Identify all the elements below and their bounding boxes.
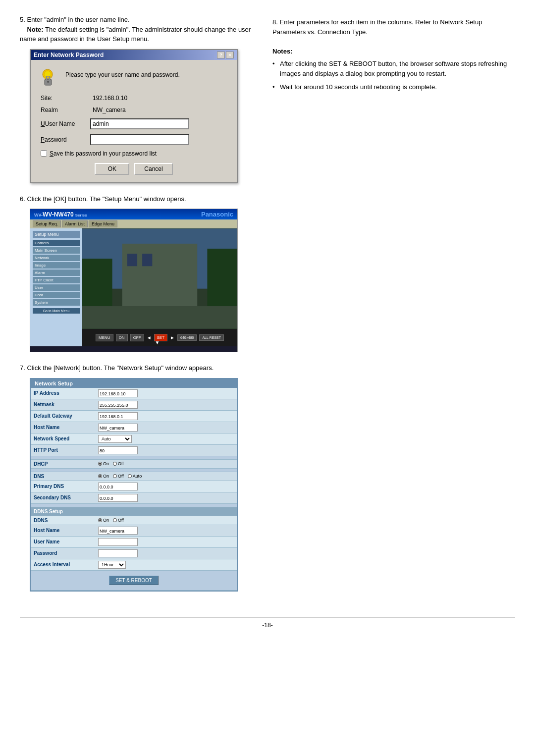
http-port-input[interactable]: 80: [98, 446, 138, 454]
panasonic-brand: Panasonic: [201, 211, 233, 218]
ddns-on-radio[interactable]: [98, 518, 102, 522]
dns-spacer: [31, 468, 237, 472]
primary-dns-input[interactable]: 0.0.0.0: [98, 483, 138, 490]
step-5: 5. Enter "admin" in the user name line. …: [20, 15, 258, 183]
dns-row: DNS On Off: [31, 472, 237, 481]
go-to-main-button[interactable]: Go to Main Menu: [33, 308, 80, 314]
right-column: 8. Enter parameters for each item in the…: [272, 15, 510, 602]
save-password-label: ave this password in your password list: [54, 150, 157, 157]
step-5-description: Enter "admin" in the user name line.: [27, 16, 129, 23]
step-8-description: Enter parameters for each item in the co…: [272, 18, 482, 36]
ddns-off-label: Off: [118, 518, 124, 523]
hostname-row: Host Name NW_camera: [31, 422, 237, 433]
on-button[interactable]: ON: [116, 334, 128, 341]
secondary-dns-row: Secondary DNS 0.0.0.0: [31, 492, 237, 503]
note-2-text: Wait for around 10 seconds until rebooti…: [280, 83, 437, 91]
ip-input[interactable]: 192.168.0.10: [98, 389, 138, 397]
secondary-dns-label: Secondary DNS: [31, 492, 95, 503]
svg-rect-14: [142, 254, 152, 266]
ddns-password-input[interactable]: [98, 549, 138, 557]
camera-view: MENU ON OFF ◄ SET ► 640×480 ALL RESET ▼: [82, 228, 237, 346]
notes-title: Notes:: [272, 48, 510, 55]
ok-button[interactable]: OK: [95, 163, 129, 175]
sidebar-image[interactable]: Image: [33, 262, 80, 269]
resolution-button[interactable]: 640×480: [177, 334, 197, 341]
sidebar-ftp[interactable]: FTP Client: [33, 277, 80, 283]
password-input[interactable]: [90, 134, 189, 145]
nav-setup[interactable]: Setup Req.: [33, 220, 61, 227]
dhcp-radio-group: On Off: [98, 461, 234, 466]
sidebar-system[interactable]: System: [33, 299, 80, 306]
panasonic-header: WV-WV-NW470 Series Panasonic: [30, 209, 237, 219]
gateway-input[interactable]: 192.168.0.1: [98, 412, 138, 420]
dialog-title-bar: Enter Network Password ? ×: [31, 50, 237, 60]
nav-edge[interactable]: Edge Menu: [89, 220, 117, 227]
dns-auto-label: Auto: [133, 474, 142, 479]
ddns-password-row: Password: [31, 547, 237, 559]
ddns-on-label: On: [103, 518, 109, 523]
dialog-body: Please type your user name and password.…: [31, 60, 237, 182]
step-5-number: 5.: [20, 16, 25, 23]
ddns-off-radio[interactable]: [113, 518, 117, 522]
access-interval-select[interactable]: 1Hour 6Hour 12Hour 24Hour: [98, 561, 126, 569]
step-5-note-text: The default setting is "admin". The admi…: [20, 26, 251, 43]
menu-button[interactable]: MENU: [96, 334, 113, 341]
realm-row: Realm NW_camera: [41, 107, 227, 113]
dns-on-item: On: [98, 474, 109, 479]
sidebar-network[interactable]: Network: [33, 255, 80, 261]
save-password-row: Save this password in your password list: [41, 150, 227, 157]
site-label: Site:: [41, 95, 90, 102]
dialog-help-button[interactable]: ?: [217, 52, 225, 58]
sidebar-user[interactable]: User: [33, 284, 80, 291]
off-button[interactable]: OFF: [130, 334, 144, 341]
enter-network-password-dialog: Enter Network Password ? ×: [30, 49, 238, 183]
dialog-title-controls: ? ×: [217, 52, 234, 58]
left-column: 5. Enter "admin" in the user name line. …: [20, 15, 258, 602]
step-5-note-label: Note:: [27, 26, 43, 33]
hostname-input[interactable]: NW_camera: [98, 424, 138, 432]
ddns-hostname-input[interactable]: NW_camera: [98, 527, 138, 535]
set-reboot-button[interactable]: SET & REBOOT: [109, 576, 159, 585]
note-item-2: Wait for around 10 seconds until rebooti…: [272, 82, 510, 92]
step-7-description: Click the [Network] button. The "Network…: [27, 364, 214, 372]
dhcp-off-radio[interactable]: [113, 462, 117, 466]
dns-auto-item: Auto: [128, 474, 142, 479]
dns-off-item: Off: [113, 474, 124, 479]
step-5-text: 5. Enter "admin" in the user name line. …: [20, 15, 258, 44]
netmask-input[interactable]: 255.255.255.0: [98, 401, 138, 409]
dhcp-spacer: [31, 456, 237, 459]
step-6-description: Click the [OK] button. The "Setup Menu" …: [27, 195, 186, 203]
dns-off-radio[interactable]: [113, 474, 117, 478]
step-8: 8. Enter parameters for each item in the…: [272, 17, 510, 37]
set-reboot-row: SET & REBOOT: [31, 570, 237, 590]
dialog-close-button[interactable]: ×: [226, 52, 234, 58]
sidebar-main-screen[interactable]: Main Screen: [33, 247, 80, 254]
secondary-dns-input[interactable]: 0.0.0.0: [98, 494, 138, 502]
note-1-text: After clicking the SET & REBOOT button, …: [280, 60, 507, 77]
network-setup-title: Network Setup: [31, 379, 237, 388]
ip-label: IP Address: [31, 388, 95, 399]
dialog-message: Please type your user name and password.: [65, 67, 180, 78]
sidebar-host[interactable]: Host: [33, 292, 80, 298]
save-password-checkbox[interactable]: [41, 150, 47, 157]
notes-list: After clicking the SET & REBOOT button, …: [272, 59, 510, 92]
go-to-main-btn-area: Go to Main Menu: [33, 308, 80, 314]
header-left: WV-WV-NW470 Series: [34, 211, 87, 218]
network-speed-select[interactable]: Auto 10M Half 100M Half: [98, 435, 132, 443]
dhcp-on-item: On: [98, 461, 109, 466]
all-reset-button[interactable]: ALL RESET: [199, 334, 223, 341]
setup-menu-screenshot: WV-WV-NW470 Series Panasonic Setup Req. …: [30, 209, 238, 352]
cancel-button[interactable]: Cancel: [134, 163, 172, 175]
dhcp-on-radio[interactable]: [98, 462, 102, 466]
sidebar-camera[interactable]: Camera: [33, 240, 80, 246]
dialog-title: Enter Network Password: [34, 52, 104, 58]
sidebar-alarm[interactable]: Alarm: [33, 270, 80, 276]
ddns-password-label: Password: [31, 547, 95, 559]
ddns-username-input[interactable]: [98, 538, 138, 546]
dns-auto-radio[interactable]: [128, 474, 132, 478]
http-port-label: HTTP Port: [31, 444, 95, 456]
username-input[interactable]: [90, 118, 189, 129]
dns-on-radio[interactable]: [98, 474, 102, 478]
nav-alarm[interactable]: Alarm List: [62, 220, 88, 227]
network-speed-label: Network Speed: [31, 433, 95, 444]
